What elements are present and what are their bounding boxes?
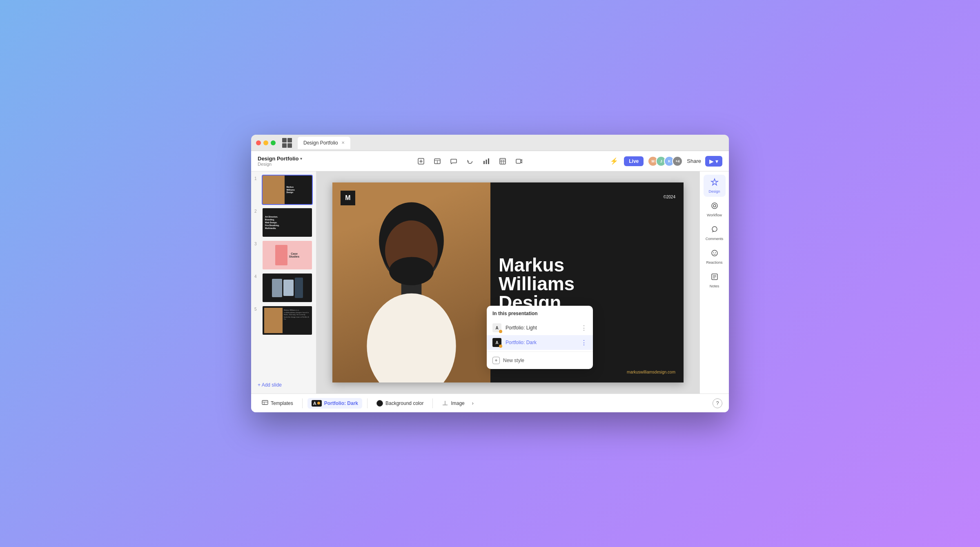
image-label: Image: [451, 400, 464, 406]
right-panel-design[interactable]: Design: [704, 175, 726, 197]
traffic-lights: [256, 140, 276, 145]
new-style-label: New style: [503, 358, 524, 363]
slide-thumb-1[interactable]: MarkusWilliamsDesign: [262, 175, 313, 205]
svg-point-22: [713, 205, 716, 207]
reactions-icon: [710, 249, 719, 259]
style-item-dark-more-icon[interactable]: ⋮: [581, 339, 587, 347]
background-color-swatch: [376, 400, 383, 407]
right-panel-notes[interactable]: Notes: [704, 269, 726, 291]
collaborators: M J K +4: [648, 156, 683, 167]
right-panel-reactions[interactable]: Reactions: [704, 246, 726, 268]
image-button[interactable]: Image: [438, 398, 468, 409]
speech-bubble-icon[interactable]: [449, 157, 458, 166]
slide-item-2[interactable]: 2 Art Direction.Branding.Web Design.Fire…: [254, 207, 313, 238]
video-icon[interactable]: [514, 157, 523, 166]
style-item-dark[interactable]: A Portfolio: Dark ⋮: [487, 335, 593, 350]
svg-point-26: [715, 252, 716, 253]
separator-1: [302, 398, 303, 408]
slide-thumb-3[interactable]: CaseStudies: [262, 240, 313, 270]
toolbar-right: ⚡ Live M J K +4 Share ▶ ▾: [608, 156, 722, 167]
live-button[interactable]: Live: [624, 156, 644, 166]
svg-point-20: [389, 257, 434, 285]
person-photo: M: [332, 182, 490, 382]
slide-copyright: ©2024: [663, 195, 675, 199]
style-label: Portfolio: Dark: [324, 400, 358, 406]
slide-item-1[interactable]: 1 MarkusWilliamsDesign: [254, 175, 313, 205]
avatar-count: +4: [672, 156, 683, 167]
slide-number-1: 1: [254, 176, 259, 181]
toolbar-center: [331, 157, 608, 166]
tab-title: Design Portfolio: [303, 140, 338, 146]
templates-button[interactable]: Templates: [258, 398, 297, 409]
style-item-light-more-icon[interactable]: ⋮: [581, 324, 587, 332]
bottom-bar: Templates A Portfolio: Dark Background c…: [251, 394, 729, 412]
slide-thumb-2[interactable]: Art Direction.Branding.Web Design.Fire B…: [262, 207, 313, 238]
chart-icon[interactable]: [482, 157, 491, 166]
slide-thumb-4[interactable]: [262, 273, 313, 303]
lightning-icon[interactable]: ⚡: [608, 156, 620, 167]
svg-rect-9: [500, 158, 506, 164]
document-tab[interactable]: Design Portfolio ✕: [298, 137, 350, 149]
new-style-button[interactable]: + New style: [487, 354, 593, 369]
grid-view-icon[interactable]: [282, 138, 292, 148]
workflow-icon: [710, 202, 719, 212]
slide-number-5: 5: [254, 307, 259, 311]
doc-title-chevron-icon[interactable]: ▾: [300, 156, 302, 161]
plus-icon: +: [492, 357, 500, 364]
app-body: 1 MarkusWilliamsDesign 2 Art Direction.B…: [251, 171, 729, 394]
style-button[interactable]: A Portfolio: Dark: [307, 398, 362, 409]
canvas-area: M Markus Williams Design ©2024 markuswil…: [316, 171, 699, 394]
maximize-button[interactable]: [271, 140, 276, 145]
tab-close-icon[interactable]: ✕: [341, 140, 345, 145]
logo-m: M: [341, 191, 355, 205]
svg-point-17: [367, 294, 456, 382]
slide-number-4: 4: [254, 274, 259, 279]
svg-point-21: [712, 203, 717, 209]
add-slide-label: + Add slide: [258, 382, 282, 388]
slide-main-title: Markus Williams Design: [499, 256, 575, 312]
comments-icon: [710, 225, 719, 236]
add-slide-button[interactable]: + Add slide: [254, 380, 313, 390]
slide-item-3[interactable]: 3 CaseStudies: [254, 240, 313, 270]
spreadsheet-icon[interactable]: [498, 157, 507, 166]
popup-header: In this presentation: [487, 311, 593, 320]
slide-thumb-5[interactable]: Markus Williams is a multidisciplinary d…: [262, 305, 313, 336]
svg-rect-31: [262, 400, 268, 405]
design-label: Design: [708, 189, 720, 193]
workflow-label: Workflow: [707, 213, 722, 217]
svg-rect-8: [488, 158, 489, 164]
slide-website: markuswilliamsdesign.com: [627, 370, 675, 374]
slide-left-panel: M: [332, 182, 490, 382]
slides-panel: 1 MarkusWilliamsDesign 2 Art Direction.B…: [251, 171, 316, 394]
background-color-button[interactable]: Background color: [372, 398, 428, 409]
bottom-right: ?: [713, 398, 722, 408]
minimize-button[interactable]: [263, 140, 268, 145]
svg-point-25: [713, 252, 714, 253]
close-button[interactable]: [256, 140, 261, 145]
image-icon: [442, 400, 448, 407]
refresh-icon[interactable]: [466, 157, 474, 166]
style-item-light-label: Portfolio: Light: [506, 325, 577, 331]
notes-icon: [710, 273, 719, 283]
play-button[interactable]: ▶ ▾: [705, 156, 722, 167]
image-chevron-icon[interactable]: ›: [472, 400, 474, 406]
right-panel-workflow[interactable]: Workflow: [704, 198, 726, 220]
play-icon: ▶: [709, 158, 714, 165]
popup-divider: [487, 351, 593, 352]
share-button[interactable]: Share: [687, 158, 701, 164]
doc-subtitle: Design: [258, 162, 302, 167]
templates-icon: [262, 400, 268, 407]
right-panel-comments[interactable]: Comments: [704, 222, 726, 244]
right-panel: Design Workflow Comments: [699, 171, 729, 394]
insert-icon[interactable]: [416, 157, 425, 166]
slide-item-4[interactable]: 4: [254, 273, 313, 303]
svg-rect-14: [516, 159, 521, 163]
slide-number-3: 3: [254, 242, 259, 246]
style-icon-light: A: [492, 323, 501, 332]
separator-3: [432, 398, 433, 408]
svg-point-23: [712, 227, 717, 231]
slide-item-5[interactable]: 5 Markus Williams is a multidisciplinary…: [254, 305, 313, 336]
style-item-light[interactable]: A Portfolio: Light ⋮: [487, 320, 593, 335]
help-button[interactable]: ?: [713, 398, 722, 408]
table-icon[interactable]: [433, 157, 442, 166]
